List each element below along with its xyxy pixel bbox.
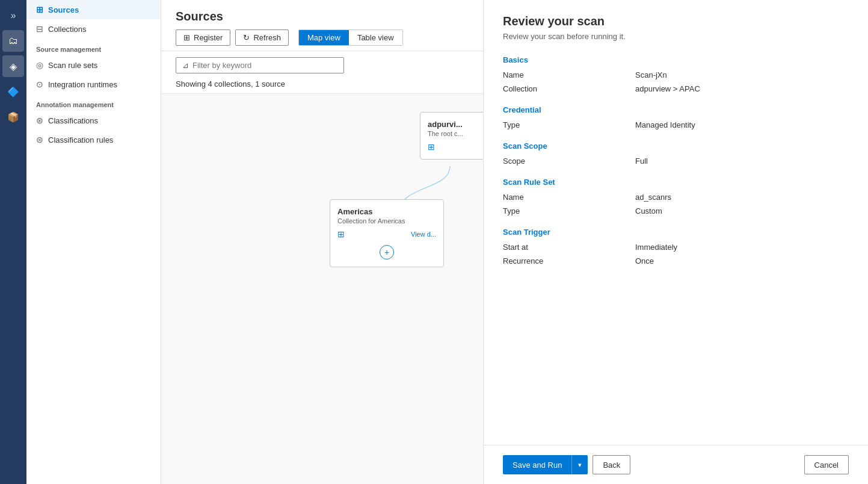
refresh-button[interactable]: ↻ Refresh (235, 29, 289, 46)
americas-card-footer: ⊞ View d... (337, 229, 436, 239)
credential-type-value: Managed Identity (635, 120, 695, 129)
americas-card-title: Americas (337, 207, 436, 216)
filter-icon: ⊿ (182, 61, 189, 70)
scan-rule-set-type-value: Custom (635, 206, 662, 216)
sidebar-item-classification-rules-label: Classification rules (48, 135, 113, 144)
scan-trigger-start-label: Start at (503, 243, 635, 252)
chevron-icon[interactable]: » (2, 5, 24, 26)
adpurview-card-title: adpurvi... (428, 120, 483, 129)
search-input[interactable] (192, 61, 337, 70)
scan-rule-sets-icon: ◎ (36, 60, 43, 70)
annotation-management-header: Annotation management (26, 94, 161, 111)
adpurview-grid-icon[interactable]: ⊞ (428, 142, 435, 152)
sidebar-item-classifications-label: Classifications (48, 116, 98, 125)
scan-scope-section-title: Scan Scope (503, 141, 849, 150)
toolbar: ⊞ Register ↻ Refresh Map view Table view (176, 29, 469, 46)
scan-rule-set-name-row: Name ad_scanrs (503, 193, 849, 202)
sidebar-item-integration-runtimes-label: Integration runtimes (48, 80, 117, 89)
dropdown-arrow-icon: ▾ (578, 461, 582, 469)
sidebar-item-scan-rule-sets-label: Scan rule sets (48, 61, 97, 70)
view-toggle: Map view Table view (298, 29, 403, 46)
adpurview-card: adpurvi... The root c... ⊞ (420, 112, 483, 160)
scan-trigger-start-row: Start at Immediately (503, 243, 849, 252)
save-and-run-label: Save and Run (512, 461, 562, 470)
view-details-link[interactable]: View d... (411, 231, 436, 238)
icon-bar: » 🗂 ◈ 🔷 📦 (0, 0, 26, 484)
classifications-icon: ⊛ (36, 116, 43, 125)
sidebar-item-sources[interactable]: ⊞ Sources (26, 0, 161, 19)
scan-rule-set-section-title: Scan Rule Set (503, 178, 849, 187)
credential-type-label: Type (503, 120, 635, 129)
scan-rule-set-name-label: Name (503, 193, 635, 202)
credential-type-row: Type Managed Identity (503, 120, 849, 129)
basics-name-value: Scan-jXn (635, 70, 667, 79)
map-view-label: Map view (307, 33, 340, 42)
source-management-header: Source management (26, 39, 161, 55)
map-view-button[interactable]: Map view (299, 30, 349, 45)
catalog-nav-icon[interactable]: 🗂 (2, 30, 24, 52)
sidebar-item-classification-rules[interactable]: ⊜ Classification rules (26, 130, 161, 149)
showing-text: Showing 4 collections, 1 source (161, 79, 483, 93)
sources-icon: ⊞ (36, 5, 43, 14)
sidebar: ⊞ Sources ⊟ Collections Source managemen… (26, 0, 161, 484)
credential-section-title: Credential (503, 105, 849, 114)
register-label: Register (194, 33, 223, 42)
review-subtitle: Review your scan before running it. (503, 32, 849, 41)
review-panel-body: Review your scan Review your scan before… (484, 0, 868, 445)
scan-rule-set-type-label: Type (503, 206, 635, 216)
adpurview-card-footer: ⊞ (428, 142, 483, 152)
back-label: Back (603, 461, 620, 470)
table-view-button[interactable]: Table view (349, 30, 402, 45)
page-title: Sources (176, 10, 469, 23)
basics-name-label: Name (503, 70, 635, 79)
sidebar-item-scan-rule-sets[interactable]: ◎ Scan rule sets (26, 55, 161, 75)
review-footer: Save and Run ▾ Back Cancel (484, 445, 868, 484)
map-canvas: adpurvi... The root c... ⊞ Americas Coll… (161, 93, 483, 484)
package-nav-icon[interactable]: 📦 (2, 106, 24, 128)
page-header: Sources ⊞ Register ↻ Refresh Map view Ta… (161, 0, 483, 51)
scan-scope-row: Scope Full (503, 157, 849, 166)
save-and-run-arrow[interactable]: ▾ (572, 455, 588, 474)
adpurview-card-desc: The root c... (428, 130, 483, 137)
refresh-icon: ↻ (243, 33, 250, 42)
scan-trigger-recurrence-value: Once (635, 256, 654, 265)
back-button[interactable]: Back (593, 455, 630, 474)
sidebar-item-integration-runtimes[interactable]: ⊙ Integration runtimes (26, 75, 161, 94)
filter-bar: ⊿ (161, 51, 483, 79)
collections-icon: ⊟ (36, 24, 43, 34)
americas-card: Americas Collection for Americas ⊞ View … (330, 199, 444, 267)
basics-collection-value: adpurview > APAC (635, 84, 700, 93)
main-content: Sources ⊞ Register ↻ Refresh Map view Ta… (161, 0, 483, 484)
basics-name-row: Name Scan-jXn (503, 70, 849, 79)
integration-runtimes-icon: ⊙ (36, 79, 43, 89)
scan-scope-value: Full (635, 157, 648, 166)
scan-trigger-recurrence-label: Recurrence (503, 256, 635, 265)
register-button[interactable]: ⊞ Register (176, 29, 230, 46)
register-icon: ⊞ (183, 33, 190, 42)
refresh-label: Refresh (253, 33, 281, 42)
classification-rules-icon: ⊜ (36, 135, 43, 144)
table-view-label: Table view (357, 33, 394, 42)
save-and-run-main[interactable]: Save and Run (503, 455, 572, 474)
americas-card-desc: Collection for Americas (337, 217, 436, 225)
scan-trigger-start-value: Immediately (635, 243, 677, 252)
scan-rule-set-name-value: ad_scanrs (635, 193, 671, 202)
scan-trigger-section-title: Scan Trigger (503, 228, 849, 237)
review-panel: Review your scan Review your scan before… (483, 0, 868, 484)
scan-rule-set-type-row: Type Custom (503, 206, 849, 216)
americas-grid-icon[interactable]: ⊞ (337, 229, 345, 239)
sidebar-item-collections-label: Collections (48, 25, 87, 34)
cancel-label: Cancel (814, 461, 839, 470)
review-title: Review your scan (503, 14, 849, 28)
cancel-button[interactable]: Cancel (804, 455, 849, 474)
sidebar-item-collections[interactable]: ⊟ Collections (26, 19, 161, 39)
data-nav-icon[interactable]: 🔷 (2, 81, 24, 102)
basics-collection-row: Collection adpurview > APAC (503, 84, 849, 93)
scan-trigger-recurrence-row: Recurrence Once (503, 256, 849, 265)
sidebar-item-classifications[interactable]: ⊛ Classifications (26, 111, 161, 130)
sidebar-item-sources-label: Sources (48, 5, 79, 14)
basics-collection-label: Collection (503, 84, 635, 93)
add-collection-button[interactable]: + (380, 245, 394, 259)
purview-nav-icon[interactable]: ◈ (2, 55, 24, 77)
save-and-run-button[interactable]: Save and Run ▾ (503, 455, 588, 474)
